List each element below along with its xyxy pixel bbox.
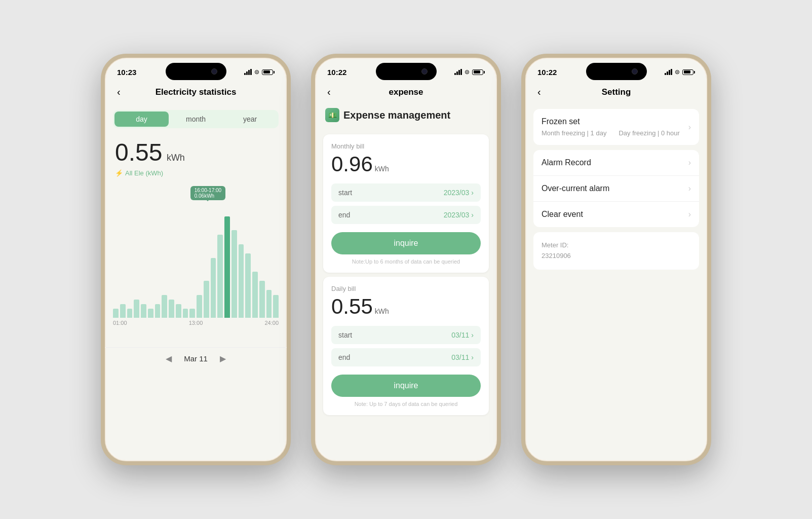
dynamic-island-1 [166,63,226,80]
page-title-2: expense [389,87,423,97]
monthly-start-chevron: › [471,189,474,197]
tab-bar-1: day month year [113,110,279,128]
alarm-record-label: Alarm Record [542,158,591,167]
monthly-bill-amount: 0.96 kWh [331,152,481,176]
nav-bar-2: ‹ expense [315,80,497,104]
status-icons-1: ⊜ [244,68,275,76]
signal-icon-1 [244,69,252,75]
monthly-note: Note:Up to 6 months of data can be queri… [331,258,481,265]
chart-bar-6 [155,304,161,318]
monthly-end-chevron: › [471,211,474,219]
nav-bar-3: ‹ Setting [525,80,707,104]
phone-2: 10:22 ⊜ ‹ expense 💵 E [311,54,501,465]
frozen-set-content: Frozen set Month freezing | 1 day Day fr… [542,117,680,137]
status-time-3: 10:22 [537,68,557,77]
date-current: Mar 11 [184,354,208,363]
phone-1: 10:23 ⊜ ‹ Electricity statistics [101,54,291,465]
chart-bar-23 [273,295,279,318]
page-title-1: Electricity statistics [156,87,237,97]
date-next-button[interactable]: ▶ [220,354,226,363]
monthly-inquire-button[interactable]: inquire [331,232,481,254]
monthly-start-label: start [338,189,352,197]
chart-bar-16 [224,216,230,318]
chart-bar-9 [176,304,181,318]
status-bar-1: 10:23 ⊜ [105,58,287,80]
daily-end-value: 03/11 › [451,353,474,361]
daily-start-label: start [338,331,352,339]
monthly-bill-section: Monthly bill 0.96 kWh start 2023/03 › en… [323,134,489,273]
daily-bill-amount: 0.55 kWh [331,294,481,319]
chart-bar-0 [113,309,119,318]
daily-start-value: 03/11 › [451,331,474,339]
chart-bar-17 [231,230,237,318]
chart-area: 16:00-17:00 0.06kWh 01:00 13:00 24:00 [105,181,287,343]
camera-dot-1 [211,68,217,75]
screen-2: ‹ expense 💵 Expense management Monthly b… [315,80,497,461]
back-button-2[interactable]: ‹ [323,84,335,100]
chart-bar-7 [162,295,167,318]
battery-icon-3 [682,69,695,75]
monthly-bill-unit: kWh [375,165,389,173]
monthly-bill-label: Monthly bill [331,142,481,150]
monthly-end-row[interactable]: end 2023/03 › [331,206,481,224]
wifi-icon-3: ⊜ [675,68,680,76]
wifi-icon-1: ⊜ [254,68,259,76]
clear-event-label: Clear event [542,210,583,219]
chart-bar-2 [127,309,133,318]
tab-day[interactable]: day [114,112,169,127]
signal-icon-3 [665,69,672,75]
status-bar-2: 10:22 ⊜ [315,58,497,80]
status-time-1: 10:23 [117,68,136,77]
chart-bar-11 [189,309,195,318]
date-nav: ◀ Mar 11 ▶ [105,347,287,374]
page-title-3: Setting [602,87,631,97]
alarm-record-chevron: › [688,158,691,167]
chart-bar-15 [217,235,223,318]
clear-event-chevron: › [688,210,691,219]
chart-bar-13 [204,281,209,318]
expense-icon: 💵 [325,108,339,122]
wifi-icon-2: ⊜ [465,68,470,76]
tab-year[interactable]: year [223,112,277,127]
frozen-set-sub: Month freezing | 1 day Day freezing | 0 … [542,129,680,137]
chart-bar-14 [211,258,216,318]
chart-bar-10 [183,309,188,318]
daily-bill-label: Daily bill [331,285,481,292]
chart-bars [113,181,279,318]
over-current-row[interactable]: Over-current alarm › [533,176,699,202]
back-button-3[interactable]: ‹ [533,84,545,100]
daily-end-row[interactable]: end 03/11 › [331,348,481,366]
monthly-start-row[interactable]: start 2023/03 › [331,183,481,202]
battery-icon-2 [472,69,485,75]
chart-x-labels: 01:00 13:00 24:00 [113,318,279,328]
monthly-end-value: 2023/03 › [444,211,474,219]
status-icons-2: ⊜ [454,68,485,76]
nav-bar-1: ‹ Electricity statistics [105,80,287,104]
frozen-set-row[interactable]: Frozen set Month freezing | 1 day Day fr… [533,109,699,145]
tab-month[interactable]: month [169,112,223,127]
alarm-record-row[interactable]: Alarm Record › [533,150,699,176]
frozen-set-label: Frozen set [542,117,680,126]
back-button-1[interactable]: ‹ [113,84,125,100]
meter-id-value: 23210906 [542,251,691,262]
frozen-set-chevron: › [688,123,691,132]
daily-start-row[interactable]: start 03/11 › [331,326,481,344]
chart-bar-3 [134,300,139,318]
monthly-start-value: 2023/03 › [444,189,474,197]
date-prev-button[interactable]: ◀ [166,354,172,363]
screen-3: ‹ Setting Frozen set Month freezing | 1 … [525,80,707,461]
camera-dot-2 [421,68,428,75]
dynamic-island-3 [586,63,647,80]
clear-event-row[interactable]: Clear event › [533,202,699,227]
chart-bar-12 [197,295,202,318]
chart-bar-8 [169,300,174,318]
monthly-end-label: end [338,211,350,219]
monthly-bill-number: 0.96 [331,152,373,176]
meter-id-label: Meter ID: [542,240,691,251]
stat-unit: kWh [167,153,185,163]
daily-end-chevron: › [471,353,474,361]
daily-inquire-button[interactable]: inquire [331,375,481,397]
over-current-label: Over-current alarm [542,184,609,193]
status-bar-3: 10:22 ⊜ [525,58,707,80]
chart-bar-19 [245,253,251,318]
